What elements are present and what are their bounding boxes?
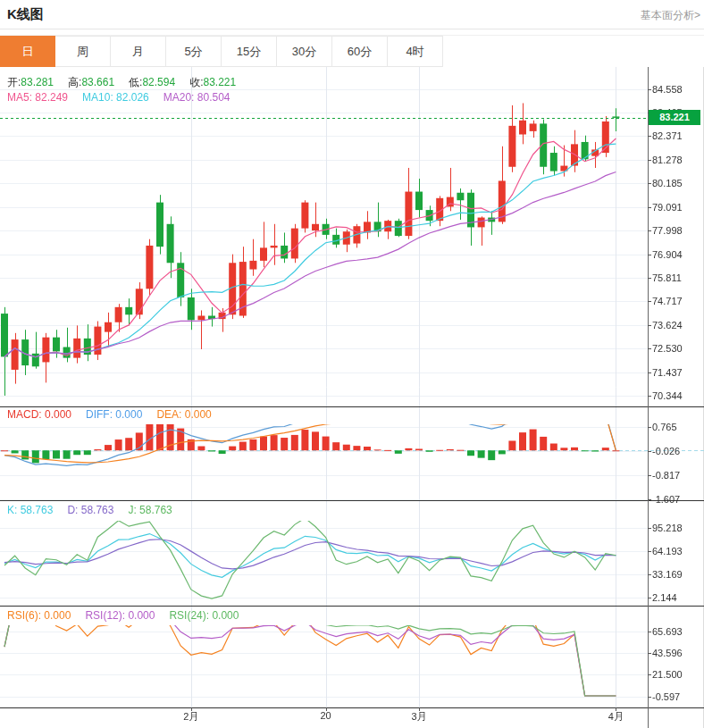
y-axis-label: 33.169 (652, 569, 683, 580)
rsi-legend-item: RSI(6): 0.000 (7, 609, 71, 622)
tab-30min[interactable]: 30分 (277, 36, 332, 67)
tab-week[interactable]: 周 (55, 36, 111, 67)
y-axis-label: 64.193 (652, 546, 683, 556)
kdj-legend: K: 58.763D: 58.763J: 58.763 (7, 504, 187, 516)
y-axis-label: 0.765 (652, 422, 677, 432)
y-axis-label: 75.811 (652, 272, 682, 283)
ma-legend-item: MA5: 82.249 (7, 91, 68, 104)
macd-legend: MACD: 0.000DIFF: 0.000DEA: 0.000 (7, 408, 226, 421)
ma-legend: MA5: 82.249MA10: 82.026MA20: 80.504 (7, 91, 244, 104)
y-axis-label: 71.437 (652, 367, 683, 378)
tab-4hour[interactable]: 4时 (388, 36, 443, 67)
macd-legend-item: DIFF: 0.000 (86, 408, 142, 421)
y-axis-label: -1.607 (652, 494, 680, 505)
ohlc-legend: 开:83.281高:83.661低:82.594收:83.221 (7, 75, 250, 90)
kdj-legend-item: D: 58.763 (67, 504, 113, 516)
y-axis-label: 65.693 (652, 626, 683, 637)
tab-15min[interactable]: 15分 (222, 36, 277, 67)
rsi-legend: RSI(6): 0.000RSI(12): 0.000RSI(24): 0.00… (7, 609, 253, 622)
page-header: K线图 基本面分析> (0, 0, 704, 29)
rsi-legend-item: RSI(12): 0.000 (85, 609, 155, 622)
kdj-legend-item: J: 58.763 (128, 504, 172, 516)
ohlc-legend-item: 高:83.661 (68, 76, 114, 88)
y-axis-label: 82.371 (652, 130, 683, 141)
y-axis-label: 84.558 (652, 84, 683, 95)
chart-area: 开:83.281高:83.661低:82.594收:83.221 MA5: 82… (0, 67, 704, 728)
y-axis-label: 70.344 (652, 390, 683, 401)
macd-legend-item: MACD: 0.000 (7, 408, 71, 421)
macd-legend-item: DEA: 0.000 (156, 408, 211, 421)
ohlc-legend-item: 低:82.594 (129, 76, 175, 88)
y-axis-label: 72.530 (652, 343, 683, 354)
tab-60min[interactable]: 60分 (332, 36, 388, 67)
x-axis-label: 4月 (596, 710, 635, 724)
ohlc-legend-item: 收:83.221 (189, 76, 236, 88)
y-axis-label: 73.624 (652, 320, 683, 331)
kdj-legend-item: K: 58.763 (7, 504, 53, 516)
tab-5min[interactable]: 5分 (166, 36, 222, 67)
y-axis-label: 74.717 (652, 296, 683, 306)
x-axis-label: 2月 (172, 710, 211, 724)
y-axis-label: 43.596 (652, 648, 683, 658)
y-axis-label: 21.500 (652, 669, 683, 680)
y-axis-label: 81.278 (652, 155, 683, 165)
y-axis-label: 76.904 (652, 249, 683, 260)
kline-chart-canvas[interactable] (0, 67, 704, 728)
interval-tabs: 日周月5分15分30分60分4时 (0, 35, 704, 67)
ma-legend-item: MA20: 80.504 (163, 91, 230, 104)
x-axis-label: 3月 (399, 710, 439, 724)
ohlc-legend-item: 开:83.281 (7, 76, 54, 88)
y-axis-label: 80.185 (652, 178, 683, 188)
y-axis-label: 2.144 (652, 592, 677, 603)
ma-legend-item: MA10: 82.026 (82, 91, 149, 104)
y-axis-label: 95.218 (652, 523, 683, 533)
tab-month[interactable]: 月 (111, 36, 166, 67)
x-axis-label: 20 (306, 710, 346, 721)
page-title: K线图 (7, 6, 44, 23)
y-axis-label: -0.026 (652, 446, 680, 456)
tab-day[interactable]: 日 (0, 36, 55, 67)
y-axis-label: 79.091 (652, 202, 683, 213)
rsi-legend-item: RSI(24): 0.000 (169, 609, 239, 622)
y-axis-label: -0.817 (652, 470, 680, 481)
y-axis-label: 77.998 (652, 225, 683, 236)
y-axis-label: -0.597 (652, 691, 680, 702)
fundamental-analysis-link[interactable]: 基本面分析> (641, 8, 700, 23)
current-price-badge: 83.221 (649, 110, 700, 125)
